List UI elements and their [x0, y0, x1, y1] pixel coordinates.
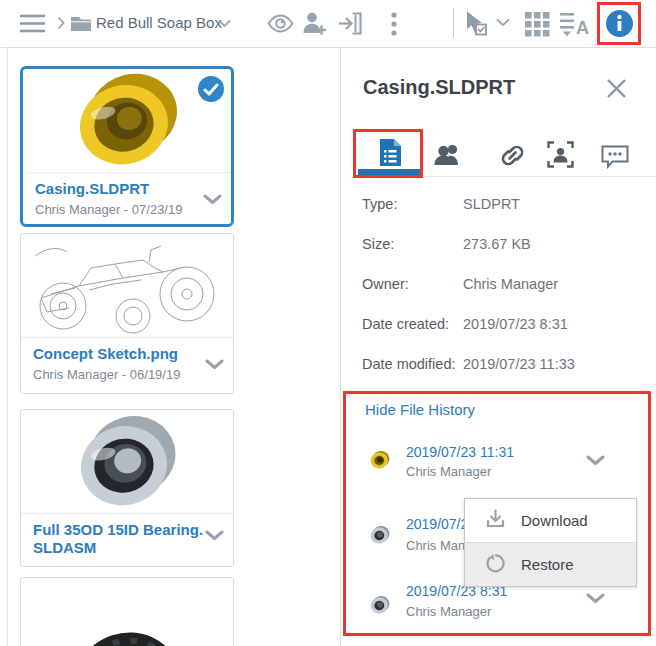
sort-by-name-icon[interactable]: A — [560, 12, 590, 38]
chevron-right-icon — [57, 16, 65, 30]
detail-row-date-created: Date created: 2019/07/23 8:31 — [362, 316, 462, 332]
file-name[interactable]: Concept Sketch.png — [33, 345, 207, 363]
chevron-down-icon[interactable] — [203, 191, 222, 209]
tab-links[interactable] — [497, 140, 527, 170]
detail-value: Chris Manager — [463, 276, 558, 292]
version-owner: Chris Manager — [406, 464, 491, 479]
file-card-concept-sketch[interactable]: Concept Sketch.png Chris Manager - 06/19… — [20, 233, 234, 394]
eye-icon[interactable] — [267, 14, 294, 33]
detail-label: Owner: — [362, 276, 462, 292]
restore-icon — [485, 553, 506, 576]
select-pointer-icon[interactable] — [466, 11, 490, 36]
toolbar: Red Bull Soap Box A — [0, 0, 656, 48]
detail-value: 273.67 KB — [463, 236, 531, 252]
detail-row-type: Type: SLDPRT — [362, 196, 462, 212]
svg-text:A: A — [576, 18, 589, 38]
version-thumbnail-silver — [369, 524, 391, 546]
menu-item-restore[interactable]: Restore — [465, 542, 636, 586]
panel-divider — [340, 47, 341, 646]
file-name[interactable]: Casing.SLDPRT — [35, 180, 205, 198]
file-card-casing[interactable]: Casing.SLDPRT Chris Manager - 07/23/19 — [20, 66, 234, 227]
more-options-icon[interactable] — [390, 12, 398, 36]
hide-file-history-link[interactable]: Hide File History — [365, 401, 475, 418]
file-card-wheel[interactable] — [20, 577, 234, 646]
panel-title: Casing.SLDPRT — [363, 76, 515, 99]
download-icon — [485, 509, 506, 532]
detail-value: 2019/07/23 11:33 — [463, 356, 575, 372]
detail-row-owner: Owner: Chris Manager — [362, 276, 462, 292]
breadcrumb-caret-down-icon[interactable] — [218, 19, 231, 28]
file-name[interactable]: Full 35OD 15ID Bearing.SLDASM — [33, 521, 209, 557]
version-owner: Chris Manager — [406, 604, 491, 619]
black-wheel-thumbnail — [21, 578, 233, 646]
breadcrumb[interactable]: Red Bull Soap Box — [96, 14, 222, 31]
car-sketch-thumbnail — [21, 234, 233, 338]
tab-info[interactable] — [375, 137, 405, 167]
left-gutter-line — [7, 47, 8, 646]
info-icon[interactable] — [605, 9, 634, 38]
tab-preview[interactable] — [545, 139, 575, 169]
selected-check-badge — [198, 76, 224, 102]
version-chevron-down-icon[interactable] — [586, 452, 605, 470]
version-date-link[interactable]: 2019/07/23 11:31 — [406, 444, 514, 460]
detail-row-size: Size: 273.67 KB — [362, 236, 462, 252]
detail-label: Date created: — [362, 316, 462, 332]
close-icon[interactable] — [606, 78, 627, 103]
chevron-down-icon[interactable] — [205, 527, 224, 545]
file-meta: Chris Manager - 06/19/19 — [33, 367, 207, 382]
detail-row-date-modified: Date modified: 2019/07/23 11:33 — [362, 356, 462, 372]
file-meta: Chris Manager - 07/23/19 — [35, 202, 205, 217]
version-thumbnail-silver — [369, 594, 391, 616]
version-date-link[interactable]: 2019/07/2 — [406, 516, 468, 532]
file-card-bearing-assembly[interactable]: Full 35OD 15ID Bearing.SLDASM — [20, 409, 234, 567]
detail-label: Type: — [362, 196, 462, 212]
active-tab-underline — [358, 169, 420, 175]
silver-bearing-thumbnail — [21, 410, 233, 514]
detail-label: Date modified: — [362, 356, 462, 372]
detail-value: SLDPRT — [463, 196, 520, 212]
tab-members[interactable] — [433, 139, 463, 169]
version-chevron-down-icon[interactable] — [586, 590, 605, 608]
menu-item-label: Download — [521, 512, 588, 529]
select-caret-down-icon[interactable] — [496, 18, 510, 27]
export-icon[interactable] — [338, 12, 362, 35]
detail-value: 2019/07/23 8:31 — [463, 316, 568, 332]
add-member-icon[interactable] — [302, 11, 327, 36]
tab-comments[interactable] — [600, 142, 630, 172]
chevron-down-icon[interactable] — [205, 356, 224, 374]
detail-label: Size: — [362, 236, 462, 252]
version-context-menu: Download Restore — [464, 498, 637, 587]
menu-item-download[interactable]: Download — [465, 499, 636, 542]
folder-icon — [71, 15, 91, 31]
menu-icon[interactable] — [20, 14, 45, 33]
menu-item-label: Restore — [521, 556, 574, 573]
grid-view-icon[interactable] — [525, 12, 550, 37]
tabs-bottom-line — [352, 176, 656, 177]
toolbar-divider — [453, 8, 454, 38]
version-thumbnail-gold — [369, 449, 391, 471]
